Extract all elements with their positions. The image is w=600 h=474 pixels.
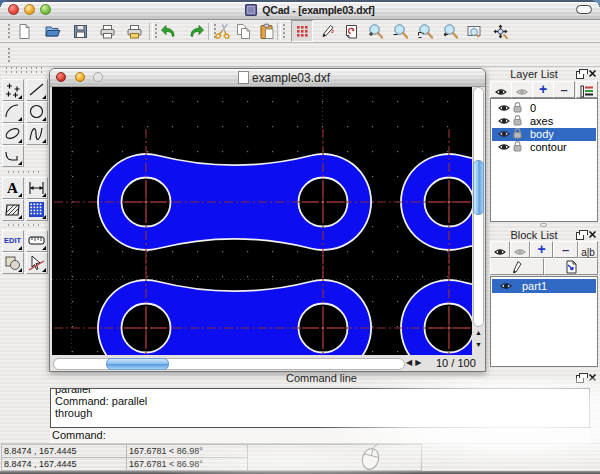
svg-text:EDIT: EDIT [4,236,22,245]
svg-text:A: A [7,180,18,196]
